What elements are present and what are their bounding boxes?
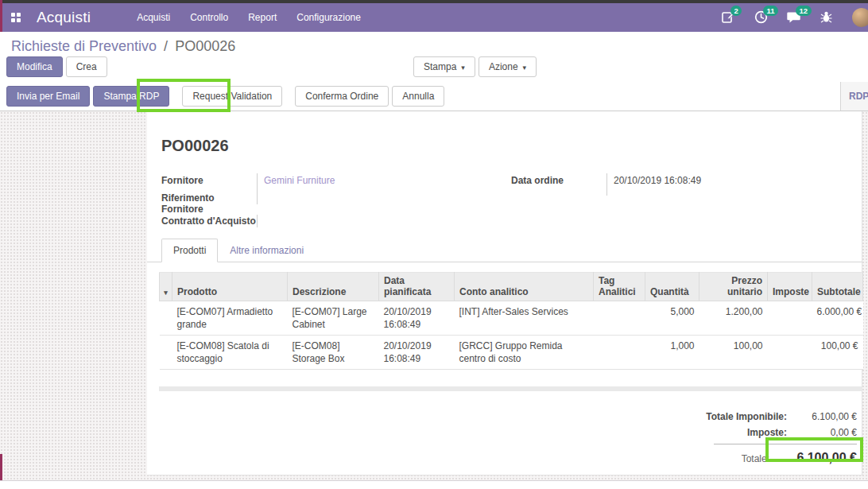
action-dropdown-button[interactable]: Azione ▾ [479,56,537,77]
chat-icon[interactable]: 12 [787,10,801,25]
supplier-link[interactable]: Gemini Furniture [264,175,335,186]
supplier-field-row: Fornitore Gemini Furniture [161,173,495,192]
print-label: Stampa [424,62,456,72]
cell-analytic-tags[interactable] [594,301,645,336]
systray: 2 11 12 [722,8,868,27]
grand-total-label: Totale: [625,453,769,464]
cell-subtotal[interactable]: 100,00 € [812,336,863,370]
notebook-tabs: Prodotti Altre informazioni [147,239,862,262]
create-button[interactable]: Crea [66,56,107,77]
untaxed-total-row: Totale Imponibile: 6.100,00 € [625,409,857,425]
col-prezzo-unitario[interactable]: Prezzo unitario [699,273,768,301]
horizontal-separator [159,386,862,391]
grand-total-row: Totale: 6.100,00 € [625,444,857,468]
main-menu: Acquisti Controllo Report Configurazione [135,9,362,26]
col-prodotto[interactable]: Prodotto [172,273,288,301]
menu-controllo[interactable]: Controllo [188,9,230,26]
table-row[interactable]: [E-COM07] Armadietto grande [E-COM07] La… [160,301,863,336]
menu-report[interactable]: Report [246,9,278,26]
left-field-group: Fornitore Gemini Furniture Riferimento F… [161,173,495,228]
col-descrizione[interactable]: Descrizione [288,273,379,301]
tab-prodotti[interactable]: Prodotti [161,239,218,262]
form-view-background: PO00026 Fornitore Gemini Furniture Rifer… [0,111,868,480]
cell-analytic-tags[interactable] [594,336,645,370]
order-lines-table: ▾ Prodotto Descrizione Data pianificata … [159,272,863,370]
col-subtotale[interactable]: Subtotale [812,273,863,301]
odoo-purchase-form-page: Acquisti Acquisti Controllo Report Confi… [0,0,868,489]
request-validation-button[interactable]: Request Validation [182,86,282,107]
breadcrumb-current: PO00026 [175,38,235,54]
main-navbar: Acquisti Acquisti Controllo Report Confi… [0,3,868,32]
cell-product[interactable]: [E-COM08] Scatola di stoccaggio [172,336,288,370]
order-reference-title: PO00026 [161,137,229,155]
window-left-edge-bottom [0,454,2,480]
cell-unit-price[interactable]: 100,00 [699,336,768,370]
supplier-ref-field-row: Riferimento Fornitore [161,192,495,215]
supplier-ref-value[interactable] [257,192,495,204]
chevron-down-icon: ▾ [523,64,527,72]
supplier-label: Fornitore [161,173,257,188]
confirm-order-button[interactable]: Conferma Ordine [295,86,389,107]
activities-badge: 11 [763,6,778,16]
order-lines-table-wrap: ▾ Prodotto Descrizione Data pianificata … [159,272,862,370]
cell-analytic-account[interactable]: [GRCC] Gruppo Remida centro di costo [455,336,594,370]
supplier-value[interactable]: Gemini Furniture [257,173,495,192]
apps-menu-icon[interactable] [11,13,21,22]
messages-badge: 2 [730,6,742,16]
status-pipeline[interactable]: RDP [840,82,868,111]
cell-taxes[interactable] [768,336,812,370]
cell-quantity[interactable]: 1,000 [645,336,699,370]
cell-unit-price[interactable]: 1.200,00 [699,301,768,336]
activities-clock-icon[interactable]: 11 [754,10,769,25]
cell-quantity[interactable]: 5,000 [645,301,699,336]
order-totals: Totale Imponibile: 6.100,00 € Imposte: 0… [625,409,857,468]
table-row[interactable]: [E-COM08] Scatola di stoccaggio [E-COM08… [160,336,863,370]
cell-analytic-account[interactable]: [INT] After-Sales Services [455,301,594,336]
cell-taxes[interactable] [768,301,812,336]
purchase-agreement-value[interactable] [257,215,495,227]
chevron-down-icon: ▾ [461,64,465,72]
taxes-total-label: Imposte: [625,427,787,438]
col-conto-analitico[interactable]: Conto analitico [455,273,594,301]
purchase-agreement-label: Contratto d'Acquisto [161,215,257,228]
chat-badge: 12 [796,6,812,16]
col-imposte[interactable]: Imposte [768,273,812,301]
cell-date-planned[interactable]: 20/10/2019 16:08:49 [379,336,455,370]
status-state-label: RDP [841,91,868,102]
menu-configurazione[interactable]: Configurazione [295,9,362,26]
debug-bug-icon[interactable] [820,10,834,25]
window-left-edge [0,0,2,32]
workflow-statusbar: Invia per Email Stampa RDP Request Valid… [0,82,868,111]
row-handle [160,301,172,336]
purchase-agreement-field-row: Contratto d'Acquisto [161,215,495,228]
edit-button[interactable]: Modifica [6,56,63,77]
workflow-buttons: Invia per Email Stampa RDP Request Valid… [6,86,444,107]
print-rfq-button[interactable]: Stampa RDP [93,86,169,107]
messages-icon[interactable]: 2 [722,10,736,25]
cell-product[interactable]: [E-COM07] Armadietto grande [172,301,288,336]
cell-description[interactable]: [E-COM07] Large Cabinet [288,301,379,336]
cancel-button[interactable]: Annulla [392,86,444,107]
col-data-pianificata[interactable]: Data pianificata [379,273,455,301]
print-dropdown-button[interactable]: Stampa ▾ [413,56,475,77]
control-panel: Richieste di Preventivo / PO00026 Modifi… [0,32,868,82]
user-avatar[interactable] [852,8,868,27]
menu-acquisti[interactable]: Acquisti [135,9,172,26]
cell-description[interactable]: [E-COM08] Storage Box [288,336,379,370]
col-quantita[interactable]: Quantità [645,273,699,301]
send-email-button[interactable]: Invia per Email [6,86,90,107]
taxes-total-value: 0,00 € [787,427,857,438]
breadcrumb-parent-link[interactable]: Richieste di Preventivo [11,38,157,54]
grand-total-value: 6.100,00 € [769,451,857,465]
col-tag-analitici[interactable]: Tag Analitici [594,273,645,301]
breadcrumb: Richieste di Preventivo / PO00026 [11,38,235,55]
order-date-value[interactable]: 20/10/2019 16:08:49 [606,173,829,196]
cell-date-planned[interactable]: 20/10/2019 16:08:49 [379,301,455,336]
app-brand-title: Acquisti [37,9,91,26]
cell-subtotal[interactable]: 6.000,00 € [812,301,863,336]
tab-altre-informazioni[interactable]: Altre informazioni [218,239,316,262]
action-label: Azione [489,62,518,72]
window-top-strip [0,0,868,3]
right-field-group: Data ordine 20/10/2019 16:08:49 [511,173,829,196]
optional-columns-caret[interactable]: ▾ [160,273,172,301]
